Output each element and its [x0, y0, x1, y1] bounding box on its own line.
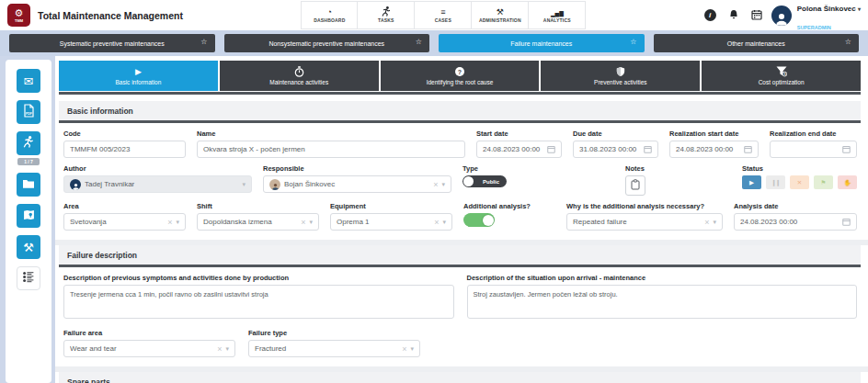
type-toggle[interactable]: Public [463, 175, 507, 187]
clear-icon[interactable]: × [402, 344, 406, 354]
close-icon: ✕ [797, 179, 802, 186]
additional-analysis-toggle[interactable] [463, 213, 495, 227]
due-date-input[interactable] [579, 145, 644, 153]
tab-systematic-preventive[interactable]: Systematic preventive maintenances ☆ [9, 34, 215, 52]
shift-select[interactable]: Dopoldanska izmena × ▾ [197, 213, 319, 231]
status-cancel-button[interactable]: ✕ [790, 175, 809, 189]
form-row-2: Author Tadej Travnikar ▾ Responsible [59, 164, 861, 196]
clear-icon[interactable]: × [301, 218, 305, 227]
chevron-down-icon[interactable]: ▾ [242, 181, 246, 188]
realization-start-date-picker[interactable] [669, 141, 759, 158]
tab-maintenance-activities[interactable]: Maintenance activities [220, 61, 379, 91]
failure-area-select[interactable]: Wear and tear × ▾ [63, 340, 235, 357]
nav-analytics[interactable]: ▂▅▇ ANALYTICS [529, 1, 586, 29]
tab-identifying-root-cause[interactable]: ? Identifying the root cause [381, 61, 540, 91]
calendar-icon[interactable] [842, 145, 851, 153]
app-logo[interactable]: ⚙ TMM [7, 4, 30, 27]
shift-label: Shift [197, 202, 319, 210]
analysis-date-picker[interactable] [734, 213, 857, 231]
due-date-picker[interactable] [573, 141, 658, 158]
nav-administration[interactable]: ⚒ ADMINISTRATION [472, 1, 529, 29]
start-date-input[interactable] [483, 145, 547, 153]
equipment-select[interactable]: Oprema 1 × ▾ [330, 213, 452, 231]
nav-cases[interactable]: ≡ CASES [415, 1, 472, 29]
start-date-picker[interactable] [476, 141, 562, 158]
tab-nonsystematic-preventive[interactable]: Nonsystematic preventive maintenances ☆ [224, 34, 430, 52]
situation-label: Description of the situation upon arriva… [467, 274, 858, 282]
symptoms-textarea[interactable]: Tresenje jermena cca 1 min, počil ravno … [63, 285, 454, 319]
top-header: ⚙ TMM Total Maintenance Management ◔ DAS… [0, 0, 868, 30]
chevron-down-icon[interactable]: ▾ [410, 345, 414, 353]
star-icon[interactable]: ☆ [200, 38, 207, 46]
nav-label: CASES [435, 17, 451, 23]
chevron-down-icon[interactable]: ▾ [441, 181, 445, 188]
tab-label: Maintenance activities [269, 79, 328, 85]
author-label: Author [63, 164, 252, 173]
analysis-date-input[interactable] [740, 218, 842, 226]
tools-button[interactable]: ⚒ [17, 235, 40, 259]
status-pause-button[interactable]: ❙❙ [766, 175, 785, 189]
status-reject-button[interactable]: ✋ [838, 175, 857, 189]
calendar-icon[interactable] [644, 145, 652, 153]
info-icon[interactable]: i [704, 9, 716, 21]
code-input[interactable] [63, 141, 186, 158]
chevron-down-icon[interactable]: ▾ [176, 219, 179, 226]
chevron-down-icon[interactable]: ▾ [442, 219, 446, 226]
map-button[interactable] [17, 204, 40, 228]
tasks-progress-button[interactable] [17, 131, 40, 155]
realization-end-date-input[interactable] [776, 145, 842, 153]
clear-icon[interactable]: × [217, 344, 222, 354]
tab-preventive-activities[interactable]: Preventive activities [541, 61, 700, 91]
situation-textarea[interactable]: Stroj zaustavljen. Jermen počen ležal ob… [467, 285, 858, 319]
shift-value: Dopoldanska izmena [203, 218, 297, 226]
field-responsible: Responsible Bojan Šinkovec × ▾ [263, 164, 451, 196]
question-icon: ? [455, 67, 464, 76]
clear-icon[interactable]: × [433, 180, 438, 189]
tab-basic-information[interactable]: ▶ Basic information [59, 61, 218, 91]
tab-label: Cost optimization [759, 79, 805, 85]
settings-list-button[interactable] [17, 266, 40, 290]
responsible-select[interactable]: Bojan Šinkovec × ▾ [263, 175, 451, 193]
chevron-down-icon[interactable]: ▾ [309, 219, 313, 226]
app-title: Total Maintenance Management [38, 10, 183, 21]
calendar-icon[interactable] [842, 218, 851, 226]
analysis-reason-select[interactable]: Repeated failure × ▾ [566, 213, 723, 231]
field-area: Area Svetovanja × ▾ [63, 202, 186, 231]
chevron-down-icon[interactable]: ▾ [713, 219, 716, 226]
clear-icon[interactable]: × [167, 218, 172, 227]
notes-button[interactable] [625, 175, 645, 196]
name-input[interactable] [197, 141, 465, 158]
bell-icon[interactable] [728, 7, 739, 24]
status-finish-button[interactable]: ⚑ [814, 175, 833, 189]
star-icon[interactable]: ☆ [630, 38, 636, 46]
realization-start-date-input[interactable] [676, 145, 744, 153]
author-select[interactable]: Tadej Travnikar ▾ [63, 175, 252, 193]
area-select[interactable]: Svetovanja × ▾ [63, 213, 186, 231]
failure-type-select[interactable]: Fractured × ▾ [248, 340, 420, 357]
nav-tasks[interactable]: TASKS [358, 1, 415, 29]
pdf-export-button[interactable]: PDF [17, 100, 40, 124]
body: ✉ PDF 1 / 7 [0, 56, 868, 383]
tab-failure-maintenances[interactable]: Failure maintenances ☆ [439, 34, 645, 52]
documents-folder-button[interactable] [17, 173, 40, 197]
tab-other-maintenances[interactable]: Other maintenances ☆ [654, 34, 860, 52]
star-icon[interactable]: ☆ [416, 38, 422, 46]
chevron-down-icon[interactable]: ▾ [225, 345, 229, 353]
tools-icon: ⚒ [23, 241, 34, 254]
clear-icon[interactable]: × [434, 218, 439, 227]
main-content: ▶ Basic information Maintenance activiti… [55, 56, 868, 383]
calendar-icon[interactable] [744, 145, 752, 153]
calendar-icon[interactable] [547, 145, 555, 153]
nav-dashboard[interactable]: ◔ DASHBOARD [301, 1, 358, 29]
field-analysis-date: Analysis date [734, 202, 857, 231]
mail-button[interactable]: ✉ [17, 69, 40, 93]
tab-cost-optimization[interactable]: $ Cost optimization [702, 61, 861, 91]
realization-end-date-picker[interactable] [770, 141, 857, 158]
user-menu[interactable]: Polona Šinkovec ▾ SUPERADMIN [771, 0, 861, 34]
clear-icon[interactable]: × [704, 218, 709, 227]
status-start-button[interactable]: ▶ [742, 175, 761, 189]
play-icon: ▶ [749, 179, 754, 186]
star-icon[interactable]: ☆ [845, 38, 851, 46]
settings-list-icon [22, 271, 35, 286]
calendar-icon[interactable] [751, 7, 762, 24]
